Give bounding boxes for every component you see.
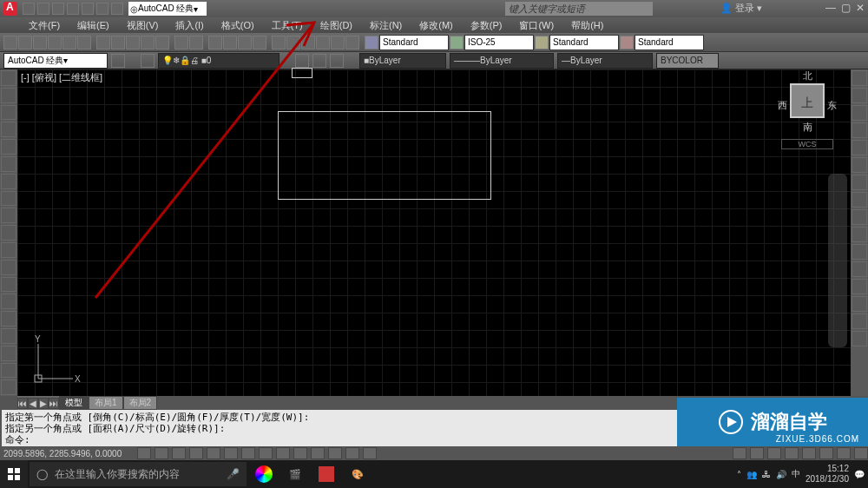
redo-icon[interactable] <box>189 36 203 49</box>
menu-view[interactable]: 视图(V) <box>119 18 167 33</box>
grid-toggle[interactable] <box>155 447 168 459</box>
snap-toggle[interactable] <box>137 447 151 459</box>
qat-redo-icon[interactable] <box>111 3 123 15</box>
qat-open-icon[interactable] <box>37 3 49 15</box>
spline-icon[interactable] <box>1 208 16 223</box>
ortho-toggle[interactable] <box>172 447 186 459</box>
menu-insert[interactable]: 插入(I) <box>168 18 211 33</box>
tray-people-icon[interactable]: 👥 <box>746 470 757 479</box>
sc-toggle[interactable] <box>345 447 359 459</box>
table-icon[interactable] <box>1 363 16 379</box>
lineweight-dropdown[interactable]: — ByLayer <box>557 53 653 69</box>
mleaderstyle-icon[interactable] <box>620 36 634 49</box>
tab-model[interactable]: 模型 <box>59 396 89 410</box>
taskbar-app-3[interactable] <box>312 462 340 486</box>
rectangle-object[interactable] <box>278 111 491 200</box>
maximize-button[interactable]: ▢ <box>841 2 851 14</box>
workspace-switch-icon[interactable] <box>785 447 799 459</box>
taskbar-app-1[interactable] <box>250 462 278 486</box>
compass-w[interactable]: 西 <box>778 99 787 112</box>
3dosnap-toggle[interactable] <box>224 447 238 459</box>
new-icon[interactable] <box>3 36 17 49</box>
pan-icon[interactable] <box>208 36 222 49</box>
otrack-toggle[interactable] <box>241 447 255 459</box>
dcenter-icon[interactable] <box>286 36 300 49</box>
tray-network-icon[interactable]: 🖧 <box>762 470 771 479</box>
table-style-dropdown[interactable]: Standard <box>549 35 619 50</box>
viewcube-top-face[interactable]: 上 <box>790 83 825 118</box>
tab-layout2[interactable]: 布局2 <box>123 396 158 410</box>
dimstyle-icon[interactable] <box>450 36 464 49</box>
preview-icon[interactable] <box>62 36 76 49</box>
nav-bar[interactable] <box>828 174 847 347</box>
rectangle-icon[interactable] <box>1 139 16 155</box>
tablestyle-icon[interactable] <box>535 36 549 49</box>
layerstate-icon[interactable] <box>295 54 309 68</box>
help-search-input[interactable]: 键入关键字或短语 <box>505 2 653 16</box>
menu-file[interactable]: 文件(F) <box>21 18 68 33</box>
drawing-area[interactable]: [-] [俯视] [二维线框] 北 上 西 东 南 WCS X Y <box>17 69 851 396</box>
array-icon[interactable] <box>852 140 867 155</box>
lwt-toggle[interactable] <box>293 447 307 459</box>
matchprop-icon[interactable] <box>141 36 155 49</box>
polygon-icon[interactable] <box>1 122 16 137</box>
markup-icon[interactable] <box>331 36 345 49</box>
ducs-toggle[interactable] <box>259 447 273 459</box>
offset-icon[interactable] <box>852 122 867 138</box>
calc-icon[interactable] <box>345 36 359 49</box>
paste-icon[interactable] <box>126 36 140 49</box>
plot-icon[interactable] <box>48 36 62 49</box>
mic-icon[interactable]: 🎤 <box>227 468 240 480</box>
workspace-combo-2[interactable]: AutoCAD 经典 ▾ <box>3 53 108 69</box>
trim-icon[interactable] <box>852 227 867 242</box>
tab-next-icon[interactable]: ▶ <box>38 398 49 409</box>
cleanscreen-icon[interactable] <box>854 447 868 459</box>
layer-dropdown[interactable]: 💡❄🔒🖨 ■ 0 <box>158 53 279 69</box>
tray-notifications-icon[interactable]: 💬 <box>854 470 865 479</box>
layeriso-icon[interactable] <box>312 54 326 68</box>
ws-settings-icon[interactable] <box>111 54 125 68</box>
qat-plot-icon[interactable] <box>82 3 94 15</box>
taskbar-app-2[interactable]: 🎬 <box>281 462 309 486</box>
tray-volume-icon[interactable]: 🔊 <box>776 470 786 479</box>
line-icon[interactable] <box>1 70 16 86</box>
qat-save-icon[interactable] <box>52 3 64 15</box>
zoomwin-icon[interactable] <box>238 36 252 49</box>
insert-icon[interactable] <box>1 260 16 275</box>
qp-toggle[interactable] <box>328 447 342 459</box>
fillet-icon[interactable] <box>852 313 867 329</box>
compass-n[interactable]: 北 <box>781 69 833 82</box>
tray-ime-icon[interactable]: 中 <box>792 468 800 480</box>
isolate-icon[interactable] <box>837 447 851 459</box>
login-button[interactable]: 👤 登录 ▾ <box>720 2 762 15</box>
save-icon[interactable] <box>33 36 47 49</box>
menu-modify[interactable]: 修改(M) <box>411 18 461 33</box>
textstyle-icon[interactable] <box>365 36 378 49</box>
am-toggle[interactable] <box>363 447 377 459</box>
circle-icon[interactable] <box>1 174 16 189</box>
tab-prev-icon[interactable]: ◀ <box>28 398 38 409</box>
move-icon[interactable] <box>852 157 867 173</box>
qat-new-icon[interactable] <box>23 3 35 15</box>
menu-tools[interactable]: 工具(T) <box>264 18 311 33</box>
menu-draw[interactable]: 绘图(D) <box>312 18 360 33</box>
tab-last-icon[interactable]: ⏭ <box>49 398 59 409</box>
chamfer-icon[interactable] <box>852 296 867 312</box>
tray-chevron-icon[interactable]: ˄ <box>737 470 741 479</box>
region-icon[interactable] <box>1 346 16 361</box>
compass-s[interactable]: 南 <box>781 121 833 134</box>
model-paper-toggle[interactable] <box>733 447 746 459</box>
stretch-icon[interactable] <box>852 209 867 225</box>
arc-icon[interactable] <box>1 156 16 172</box>
dim-style-dropdown[interactable]: ISO-25 <box>464 35 534 50</box>
hardware-accel-icon[interactable] <box>819 447 833 459</box>
sheetset-icon[interactable] <box>316 36 330 49</box>
mleader-style-dropdown[interactable]: Standard <box>635 35 704 50</box>
copy-obj-icon[interactable] <box>852 88 867 103</box>
compass-e[interactable]: 东 <box>827 99 837 112</box>
extend-icon[interactable] <box>852 244 867 260</box>
makeblock-icon[interactable] <box>1 277 16 293</box>
layer-manager-icon[interactable] <box>141 54 155 68</box>
clock[interactable]: 15:12 2018/12/30 <box>806 464 849 485</box>
block-icon[interactable] <box>155 36 169 49</box>
